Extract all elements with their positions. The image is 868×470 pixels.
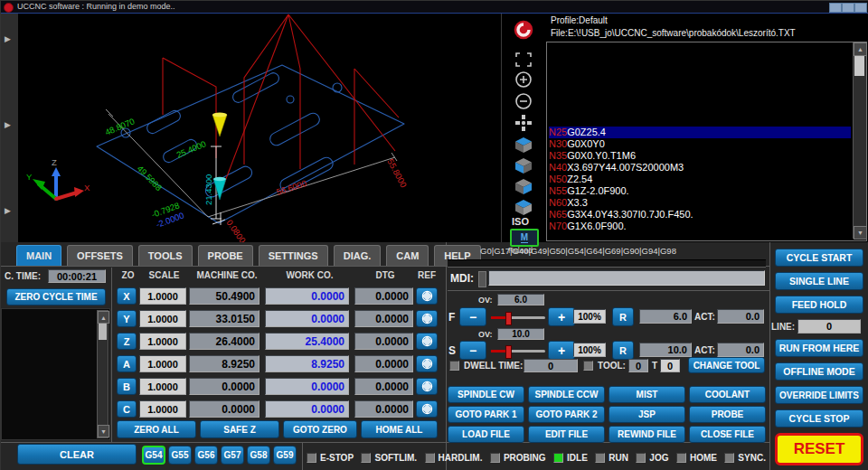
- tab[interactable]: CAM: [386, 245, 429, 266]
- function-button[interactable]: GOTO PARK 2: [528, 406, 605, 423]
- feed-reset-button[interactable]: R: [612, 307, 634, 326]
- offset-button[interactable]: G57: [221, 446, 244, 465]
- tab[interactable]: TOOLS: [138, 245, 193, 266]
- gcode-line[interactable]: N60X3.3: [549, 197, 851, 209]
- expand-arrow-icon[interactable]: ▶: [5, 35, 11, 43]
- single-line-button[interactable]: SINGLE LINE: [775, 272, 863, 290]
- toolpath-viewport[interactable]: 48.8070 49.5988 25.4000 21.4300 -0.7928 …: [19, 14, 501, 242]
- run-from-here-button[interactable]: RUN FROM HERE: [775, 339, 863, 357]
- scale-value[interactable]: 1.0000: [139, 287, 186, 305]
- spindle-percent[interactable]: 100%: [573, 343, 606, 357]
- gcode-line[interactable]: N30G0X0Y0: [549, 138, 851, 150]
- gcode-line[interactable]: N65G3X4.0Y43.307I0.7J0.F450.: [549, 209, 851, 221]
- axis-button[interactable]: X: [117, 287, 137, 305]
- work-coordinate[interactable]: 8.9250: [265, 355, 349, 372]
- offset-button[interactable]: G54: [142, 446, 165, 465]
- function-button[interactable]: SPINDLE CW: [448, 386, 524, 403]
- gcode-line[interactable]: N35G0X0.Y0.T1M6: [549, 150, 851, 162]
- feed-hold-button[interactable]: FEED HOLD: [775, 296, 863, 314]
- cycle-start-button[interactable]: CYCLE START: [775, 249, 863, 267]
- ref-home-button[interactable]: [416, 310, 438, 327]
- feed-plus-button[interactable]: +: [548, 307, 575, 326]
- gcode-line[interactable]: N50Z2.54: [549, 174, 851, 185]
- ref-home-button[interactable]: [416, 333, 438, 350]
- tab[interactable]: PROBE: [198, 245, 253, 266]
- zero-all-button[interactable]: ZERO ALL: [117, 420, 196, 438]
- function-button[interactable]: JSP: [609, 406, 685, 423]
- scroll-down-icon[interactable]: ▼: [98, 425, 109, 437]
- safe-z-button[interactable]: SAFE Z: [200, 420, 279, 438]
- zero-cycle-time-button[interactable]: ZERO CYCLE TIME: [6, 288, 106, 306]
- tab[interactable]: OFFSETS: [67, 245, 133, 266]
- feed-slider-thumb[interactable]: [505, 312, 512, 325]
- scale-value[interactable]: 1.0000: [139, 355, 186, 372]
- close-button[interactable]: [854, 3, 867, 13]
- spindle-reset-button[interactable]: R: [612, 341, 634, 360]
- mdi-input[interactable]: [488, 270, 765, 286]
- gcode-line[interactable]: N25G0Z25.4: [549, 127, 851, 138]
- override-limits-button[interactable]: OVERRIDE LIMITS: [775, 386, 863, 404]
- axis-button[interactable]: Y: [117, 310, 137, 327]
- tab[interactable]: SETTINGS: [259, 245, 328, 266]
- reload-toolpath-button[interactable]: M: [510, 229, 539, 247]
- gcode-scrollbar[interactable]: ▲ ▼: [853, 42, 866, 239]
- spindle-plus-button[interactable]: +: [548, 341, 575, 360]
- minimize-button[interactable]: [829, 3, 842, 13]
- work-coordinate[interactable]: 0.0000: [265, 287, 349, 305]
- spindle-minus-button[interactable]: −: [459, 341, 486, 360]
- clear-messages-button[interactable]: CLEAR: [17, 444, 137, 465]
- tab[interactable]: DIAG.: [334, 245, 382, 266]
- function-button[interactable]: GOTO PARK 1: [448, 406, 524, 423]
- scroll-up-icon[interactable]: ▲: [98, 311, 109, 324]
- offset-button[interactable]: G58: [247, 446, 270, 465]
- expand-arrow-icon[interactable]: ▶: [5, 121, 11, 129]
- gcode-line[interactable]: N55G1Z-2.0F900.: [549, 185, 851, 197]
- gcode-line[interactable]: N40X3.697Y44.007S20000M3: [549, 162, 851, 174]
- scroll-down-icon[interactable]: ▼: [854, 226, 867, 240]
- dwell-led[interactable]: [449, 361, 459, 371]
- axis-button[interactable]: B: [117, 378, 137, 395]
- tab[interactable]: MAIN: [16, 245, 61, 266]
- function-button[interactable]: REWIND FILE: [609, 426, 685, 443]
- cycle-stop-button[interactable]: CYCLE STOP: [775, 409, 863, 428]
- view-cube-side-icon[interactable]: [513, 176, 534, 196]
- scrollbar-thumb[interactable]: [854, 56, 864, 76]
- gcode-line[interactable]: N70G1X6.0F900.: [549, 221, 851, 232]
- axis-button[interactable]: A: [117, 355, 137, 372]
- message-scrollbar[interactable]: ▲ ▼: [97, 310, 108, 438]
- view-cube-top-icon[interactable]: [513, 135, 534, 155]
- function-button[interactable]: COOLANT: [689, 386, 766, 403]
- function-button[interactable]: MIST: [609, 386, 685, 403]
- gcode-listing[interactable]: N25G0Z25.4 N30G0X0Y0 N35G0X0.Y0.T1M6 N40…: [546, 42, 867, 241]
- function-button[interactable]: CLOSE FILE: [689, 426, 766, 443]
- work-coordinate[interactable]: 25.4000: [265, 333, 349, 350]
- feed-minus-button[interactable]: −: [459, 307, 486, 326]
- function-button[interactable]: LOAD FILE: [448, 426, 524, 443]
- offline-mode-button[interactable]: OFFLINE MODE: [775, 362, 863, 381]
- work-coordinate[interactable]: 0.0000: [265, 400, 349, 418]
- axis-button[interactable]: C: [117, 400, 137, 418]
- function-button[interactable]: EDIT FILE: [528, 426, 605, 443]
- scale-value[interactable]: 1.0000: [139, 378, 186, 395]
- mdi-expand-button[interactable]: [478, 271, 486, 287]
- offset-button[interactable]: G59: [273, 446, 297, 465]
- reset-button[interactable]: RESET: [775, 433, 863, 465]
- ref-home-button[interactable]: [416, 400, 438, 418]
- function-button[interactable]: PROBE: [689, 406, 766, 423]
- pan-crosshair-icon[interactable]: [513, 113, 534, 133]
- maximize-button[interactable]: [842, 3, 854, 13]
- tool-number[interactable]: 0: [628, 359, 648, 372]
- iso-view-label[interactable]: ISO: [512, 216, 529, 227]
- work-coordinate[interactable]: 0.0000: [265, 378, 349, 395]
- tool-led[interactable]: [583, 361, 593, 371]
- ref-home-button[interactable]: [416, 355, 438, 372]
- zoom-out-icon[interactable]: [513, 91, 534, 111]
- fit-view-icon[interactable]: [513, 50, 534, 70]
- t-number[interactable]: 0: [660, 359, 680, 372]
- function-button[interactable]: SPINDLE CCW: [528, 386, 605, 403]
- feed-percent[interactable]: 100%: [573, 309, 606, 324]
- view-cube-iso-icon[interactable]: [513, 197, 534, 217]
- work-coordinate[interactable]: 0.0000: [265, 310, 349, 327]
- scroll-up-icon[interactable]: ▲: [854, 42, 867, 56]
- home-all-button[interactable]: HOME ALL: [361, 420, 438, 438]
